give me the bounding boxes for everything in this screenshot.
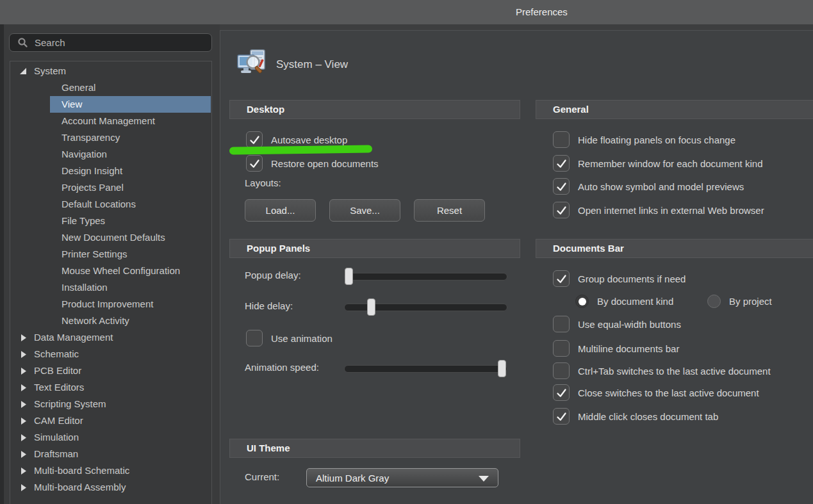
tree-item-navigation[interactable]: Navigation — [50, 146, 211, 163]
section-header-general: General — [536, 100, 813, 119]
system-view-icon — [236, 49, 267, 78]
preferences-tree: System General View Account Management T… — [10, 61, 212, 504]
settings-page: System – View Desktop Autosave desktop R… — [220, 30, 813, 504]
multiline-documents-bar-checkbox[interactable] — [553, 340, 570, 357]
by-project-radio[interactable] — [707, 295, 721, 308]
tree-item-file-types[interactable]: File Types — [50, 213, 211, 229]
collapsed-arrow-icon[interactable] — [19, 484, 27, 492]
group-documents-checkbox[interactable] — [553, 270, 570, 287]
popup-delay-label: Popup delay: — [245, 270, 301, 280]
restore-open-documents-checkbox[interactable] — [246, 155, 263, 172]
tree-item-new-document-defaults[interactable]: New Document Defaults — [50, 229, 211, 246]
animation-speed-label: Animation speed: — [245, 362, 319, 373]
check-icon — [556, 181, 567, 192]
save-button[interactable]: Save... — [329, 199, 400, 222]
collapsed-arrow-icon[interactable] — [19, 467, 27, 475]
tree-item-printer-settings[interactable]: Printer Settings — [50, 246, 211, 263]
auto-show-previews-checkbox[interactable] — [553, 178, 570, 195]
equal-width-buttons-checkbox[interactable] — [553, 316, 570, 332]
open-internet-links-row: Open internet links in external Web brow… — [553, 202, 764, 218]
collapsed-arrow-icon[interactable] — [19, 350, 27, 359]
close-switches-row: Close switches to the last active docume… — [553, 384, 759, 401]
tree-item-draftsman[interactable]: Draftsman — [10, 446, 212, 462]
use-animation-label: Use animation — [271, 333, 333, 344]
section-header-documents-bar: Documents Bar — [536, 239, 813, 258]
sidebar: System General View Account Management T… — [4, 24, 220, 504]
window-titlebar: Preferences — [0, 0, 813, 24]
search-input[interactable] — [35, 37, 211, 48]
collapsed-arrow-icon[interactable] — [19, 384, 27, 392]
use-animation-checkbox[interactable] — [246, 330, 263, 346]
hide-floating-panels-checkbox[interactable] — [553, 131, 570, 148]
popup-delay-slider[interactable] — [344, 273, 507, 280]
tree-item-general[interactable]: General — [50, 79, 211, 96]
load-button[interactable]: Load... — [245, 199, 316, 222]
tree-item-transparency[interactable]: Transparency — [50, 129, 211, 146]
tree-item-design-insight[interactable]: Design Insight — [50, 163, 211, 179]
tree-item-scripting-system[interactable]: Scripting System — [10, 396, 212, 412]
tree-item-default-locations[interactable]: Default Locations — [50, 196, 211, 213]
section-header-desktop: Desktop — [229, 100, 520, 119]
tree-item-data-management[interactable]: Data Management — [10, 329, 212, 346]
tree-item-multi-board-assembly[interactable]: Multi-board Assembly — [10, 479, 212, 496]
collapsed-arrow-icon[interactable] — [19, 417, 27, 425]
by-document-kind-row: By document kind — [575, 295, 673, 308]
expanded-arrow-icon[interactable] — [19, 67, 27, 75]
ui-theme-selected-value: Altium Dark Gray — [316, 473, 389, 484]
hide-floating-panels-row: Hide floating panels on focus change — [553, 131, 735, 148]
collapsed-arrow-icon[interactable] — [19, 367, 27, 375]
open-internet-links-checkbox[interactable] — [553, 202, 570, 218]
autosave-desktop-checkbox[interactable] — [246, 131, 263, 148]
preferences-window: Preferences System General View Account … — [0, 0, 813, 504]
collapsed-arrow-icon[interactable] — [19, 434, 27, 442]
check-icon — [556, 411, 567, 422]
check-icon — [249, 158, 260, 169]
remember-window-checkbox[interactable] — [553, 155, 570, 172]
tree-item-simulation[interactable]: Simulation — [10, 429, 212, 446]
tree-item-text-editors[interactable]: Text Editors — [10, 379, 212, 396]
ui-theme-dropdown[interactable]: Altium Dark Gray — [306, 468, 498, 487]
tree-item-cam-editor[interactable]: CAM Editor — [10, 412, 212, 429]
animation-speed-slider-thumb[interactable] — [498, 360, 506, 377]
layouts-label: Layouts: — [245, 177, 281, 188]
tree-item-system[interactable]: System — [10, 63, 212, 79]
tree-item-view-selected[interactable]: View — [50, 96, 211, 113]
popup-delay-slider-thumb[interactable] — [345, 268, 353, 285]
check-icon — [556, 158, 567, 169]
tree-item-product-improvement[interactable]: Product Improvement — [50, 296, 211, 313]
reset-button[interactable]: Reset — [414, 199, 485, 222]
radio-dot — [579, 298, 586, 305]
tree-item-mouse-wheel-configuration[interactable]: Mouse Wheel Configuration — [50, 263, 211, 279]
use-animation-row: Use animation — [246, 330, 333, 346]
check-icon — [556, 387, 567, 398]
tree-item-pcb-editor[interactable]: PCB Editor — [10, 362, 212, 379]
collapsed-arrow-icon[interactable] — [19, 400, 27, 409]
tree-item-projects-panel[interactable]: Projects Panel — [50, 179, 211, 196]
section-header-ui-theme: UI Theme — [229, 439, 520, 458]
ctrl-tab-switches-checkbox[interactable] — [553, 362, 570, 379]
middle-click-closes-row: Middle click closes document tab — [553, 408, 718, 425]
tree-item-installation[interactable]: Installation — [50, 279, 211, 296]
middle-click-closes-checkbox[interactable] — [553, 408, 570, 425]
remember-window-row: Remember window for each document kind — [553, 155, 762, 172]
close-switches-checkbox[interactable] — [553, 384, 570, 401]
tree-item-multi-board-schematic[interactable]: Multi-board Schematic — [10, 462, 212, 479]
collapsed-arrow-icon[interactable] — [19, 334, 27, 342]
group-documents-row: Group documents if need — [553, 270, 686, 287]
collapsed-arrow-icon[interactable] — [19, 450, 27, 459]
hide-delay-slider-thumb[interactable] — [367, 298, 375, 316]
equal-width-buttons-row: Use equal-width buttons — [553, 316, 681, 332]
ctrl-tab-switches-row: Ctrl+Tab switches to the last active doc… — [553, 362, 771, 379]
tree-item-schematic[interactable]: Schematic — [10, 346, 212, 362]
animation-speed-slider[interactable] — [344, 365, 507, 373]
tree-item-network-activity[interactable]: Network Activity — [50, 313, 211, 329]
tree-item-account-management[interactable]: Account Management — [50, 113, 211, 129]
hide-delay-slider[interactable] — [344, 304, 507, 311]
search-box[interactable] — [9, 33, 212, 52]
check-icon — [556, 205, 567, 216]
check-icon — [556, 273, 567, 284]
current-theme-label: Current: — [245, 471, 279, 482]
hide-delay-label: Hide delay: — [245, 300, 293, 311]
by-document-kind-radio[interactable] — [575, 295, 589, 308]
autosave-desktop-label: Autosave desktop — [271, 134, 347, 145]
